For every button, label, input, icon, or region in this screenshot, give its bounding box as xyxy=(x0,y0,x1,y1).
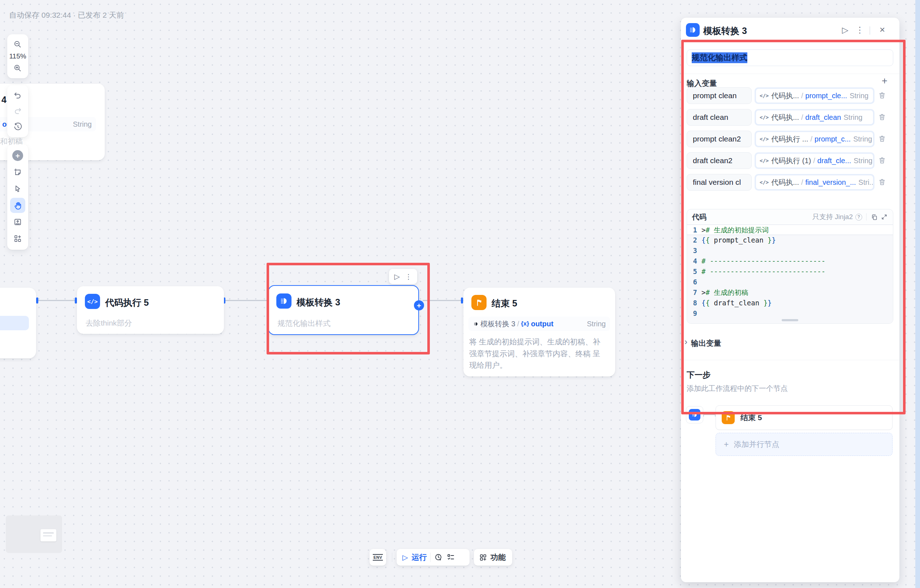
variable-ref: draft_clean xyxy=(805,113,841,122)
code-resize-handle[interactable] xyxy=(782,319,798,321)
run-history-icon[interactable] xyxy=(434,553,443,562)
run-icon[interactable]: ▷ xyxy=(402,553,408,562)
zoom-level[interactable]: 115% xyxy=(9,52,26,60)
input-variable-row[interactable]: final version cl</>代码执.../final_version_… xyxy=(681,174,899,191)
next-step-target-card[interactable]: 结束 5 xyxy=(716,405,892,430)
variable-ref: draft_cle... xyxy=(817,157,851,165)
hand-tool-icon[interactable] xyxy=(10,198,25,213)
node-name-input[interactable]: 规范化输出样式 xyxy=(687,50,893,66)
node-hover-toolbar[interactable]: ▷ ⋮ xyxy=(389,269,417,284)
input-variable-row[interactable]: draft clean2</>代码执行 (1)/draft_cle...Stri… xyxy=(681,152,899,169)
node-end-5[interactable]: 结束 5 模板转换 3 / {x} output String 将 生成的初始提… xyxy=(463,288,615,376)
code-line[interactable]: 9 xyxy=(687,308,893,319)
features-icon xyxy=(479,553,487,562)
run-label[interactable]: 运行 xyxy=(411,552,427,562)
delete-variable-icon[interactable] xyxy=(878,156,886,166)
code-line[interactable]: 1># 生成的初始提示词 xyxy=(687,225,893,235)
end-output-variable-row[interactable]: 模板转换 3 / {x} output String xyxy=(468,317,610,331)
code-line[interactable]: 5# ---------------------------- xyxy=(687,267,893,277)
add-node-icon[interactable]: + xyxy=(10,148,25,163)
highlighted-variable-row[interactable] xyxy=(0,316,29,330)
node-name-value: 规范化输出样式 xyxy=(692,52,747,63)
node-template-3[interactable]: 模板转换 3 规范化输出样式 + xyxy=(268,285,419,335)
zoom-toolbar[interactable]: 115% xyxy=(7,34,28,78)
code-editor[interactable]: 代码 只支持 Jinja2 ? xyxy=(687,209,893,324)
code-line[interactable]: 3 xyxy=(687,246,893,256)
delete-variable-icon[interactable] xyxy=(878,135,886,144)
input-variable-row[interactable]: prompt clean2</>代码执行 .../prompt_c...Stri… xyxy=(681,131,899,147)
variable-value-pill[interactable]: </>代码执行 (1)/draft_cle...String xyxy=(755,152,875,169)
slash: / xyxy=(811,135,813,143)
more-menu-icon[interactable]: ⋮ xyxy=(856,24,864,36)
run-toolbar[interactable]: ▷ 运行 xyxy=(397,549,470,565)
output-variables-label[interactable]: 输出变量 xyxy=(691,338,721,348)
history-toolbar[interactable] xyxy=(7,85,28,137)
node-description: 将 生成的初始提示词、生成的初稿、补强章节提示词、补强章节内容、终稿 呈现给用户… xyxy=(469,336,607,372)
workflow-canvas[interactable]: 自动保存 09:32:44 · 已发布 2 天前 4 1 / output St… xyxy=(0,0,920,588)
undo-icon[interactable] xyxy=(10,88,25,103)
features-label: 功能 xyxy=(491,552,506,562)
code-line[interactable]: 2{{ prompt_clean }} xyxy=(687,235,893,246)
edge-handle xyxy=(461,297,463,304)
delete-variable-icon[interactable] xyxy=(878,113,886,122)
divider xyxy=(430,552,431,562)
variable-value-pill[interactable]: </>代码执.../final_version_...Stri... xyxy=(755,174,875,191)
redo-icon[interactable] xyxy=(10,103,25,119)
run-node-icon[interactable]: ▷ xyxy=(394,272,400,281)
code-node-icon: </> xyxy=(760,158,769,163)
next-step-connector xyxy=(704,414,715,415)
code-line[interactable]: 8{{ draft_clean }} xyxy=(687,298,893,308)
copy-icon[interactable] xyxy=(870,213,878,221)
zoom-out-icon[interactable] xyxy=(10,37,25,52)
variable-ref: prompt_c... xyxy=(815,135,850,143)
node-config-panel[interactable]: 模板转换 3 ▷ ⋮ | × 规范化输出样式 输入变量 + prompt cle… xyxy=(681,18,899,582)
edge-left-to-code xyxy=(37,300,78,301)
input-variable-row[interactable]: prompt clean</>代码执.../prompt_cle...Strin… xyxy=(681,87,899,104)
variable-value-pill[interactable]: </>代码执.../prompt_cle...String xyxy=(755,87,875,104)
close-panel-icon[interactable]: × xyxy=(880,23,885,36)
variable-source: 代码执行 (1) xyxy=(771,156,811,166)
variable-source: 代码执行 ... xyxy=(771,134,808,144)
right-edge-strip xyxy=(915,0,920,588)
env-button[interactable]: ENV xyxy=(369,549,386,565)
features-button[interactable]: 功能 xyxy=(474,549,512,565)
variable-value-pill[interactable]: </>代码执.../draft_cleanString xyxy=(755,109,875,126)
chevron-right-icon[interactable]: › xyxy=(685,337,687,347)
code-area[interactable]: 1># 生成的初始提示词2{{ prompt_clean }}34# -----… xyxy=(687,225,893,323)
variable-name-pill[interactable]: draft clean2 xyxy=(687,152,752,169)
code-line[interactable]: 4# ---------------------------- xyxy=(687,256,893,267)
delete-variable-icon[interactable] xyxy=(878,178,886,187)
template-icon xyxy=(686,23,700,37)
code-node-icon: </> xyxy=(760,93,769,99)
variable-source: 代码执... xyxy=(771,178,799,187)
add-next-node-button[interactable]: + xyxy=(414,300,424,310)
add-variable-icon[interactable]: + xyxy=(882,76,888,87)
more-menu-icon[interactable]: ⋮ xyxy=(405,273,412,281)
pointer-tool-icon[interactable] xyxy=(10,181,25,196)
expand-icon[interactable] xyxy=(881,213,888,221)
fx-badge: {x} xyxy=(521,320,529,327)
code-line[interactable]: 7># 生成的初稿 xyxy=(687,288,893,298)
end-flag-icon xyxy=(471,295,486,310)
node-code-exec-5[interactable]: </> 代码执行 5 去除think部分 xyxy=(77,286,224,334)
add-parallel-node-button[interactable]: + 添加并行节点 xyxy=(716,433,892,456)
run-node-icon[interactable]: ▷ xyxy=(842,24,849,36)
version-history-icon[interactable] xyxy=(10,120,25,135)
code-line[interactable]: 6 xyxy=(687,277,893,288)
auto-layout-icon[interactable] xyxy=(10,231,25,246)
checklist-icon[interactable] xyxy=(447,553,455,562)
node-title-fragment: 4 xyxy=(2,95,6,105)
add-note-icon[interactable] xyxy=(10,165,25,180)
zoom-in-icon[interactable] xyxy=(10,61,25,76)
variable-name-pill[interactable]: final version cl xyxy=(687,174,752,191)
export-dsl-icon[interactable] xyxy=(10,215,25,229)
help-icon[interactable]: ? xyxy=(855,214,862,221)
variable-name-pill[interactable]: prompt clean xyxy=(687,87,752,104)
variable-name-pill[interactable]: prompt clean2 xyxy=(687,131,752,147)
variable-name-pill[interactable]: draft clean xyxy=(687,109,752,126)
tools-toolbar[interactable]: + xyxy=(7,144,28,250)
variable-value-pill[interactable]: </>代码执行 .../prompt_c...String xyxy=(755,131,875,147)
input-variable-row[interactable]: draft clean</>代码执.../draft_cleanString xyxy=(681,109,899,126)
node-left-partial[interactable] xyxy=(0,288,36,359)
delete-variable-icon[interactable] xyxy=(878,91,886,101)
